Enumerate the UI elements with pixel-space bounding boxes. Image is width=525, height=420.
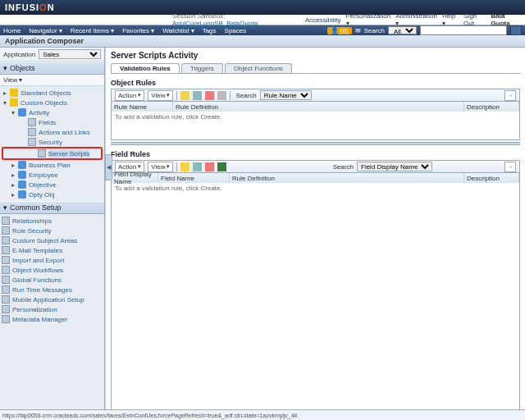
create-icon[interactable] [180, 162, 189, 171]
field-rules-header: Field Rules [111, 148, 520, 160]
tree-employee[interactable]: ▸Employee [2, 170, 103, 180]
create-icon[interactable] [180, 91, 189, 100]
field-rules-grid: Field Display Name Field Name Rule Defin… [111, 173, 520, 418]
session-label: Session Sandbox: ApplCoreLongSB_BalaGupt… [167, 12, 300, 27]
cs-global-functions[interactable]: Global Functions [2, 275, 103, 285]
or-search-go[interactable]: → [504, 90, 516, 101]
splitter[interactable] [111, 142, 520, 145]
nav-spaces[interactable]: Spaces [225, 27, 247, 34]
tabs: Validation Rules Triggers Object Functio… [111, 63, 520, 74]
copy-icon[interactable] [217, 91, 226, 100]
nav-watchlist[interactable]: Watchlist ▾ [162, 27, 194, 34]
tab-validation-rules[interactable]: Validation Rules [111, 63, 180, 73]
cs-custom-subject-areas[interactable]: Custom Subject Areas [2, 235, 103, 245]
tree-opty[interactable]: ▸Opty Obj [2, 189, 103, 199]
tree-fields[interactable]: Fields [2, 117, 103, 127]
brand-logo: INFUSION [5, 2, 55, 12]
common-setup-tree: Relationships Role Security Custom Subje… [0, 214, 104, 326]
or-search-by[interactable]: Rule Name [260, 90, 312, 100]
field-rules-body: To add a validation rule, click Create. [112, 183, 519, 418]
tab-triggers[interactable]: Triggers [181, 63, 223, 73]
tree-server-scripts[interactable]: Server Scripts [2, 147, 103, 160]
cs-email-templates[interactable]: E-Mail Templates [2, 245, 103, 255]
cs-role-security[interactable]: Role Security [2, 226, 103, 235]
content-area: ◀ Server Scripts Activity Validation Rul… [105, 48, 525, 418]
fr-search-go[interactable]: → [504, 162, 516, 172]
col-field-name: Field Name [158, 173, 230, 183]
nav-navigator[interactable]: Navigator ▾ [29, 27, 62, 34]
object-rules-header: Object Rules [111, 77, 520, 89]
fr-search-by[interactable]: Field Display Name [357, 162, 432, 171]
nav-home[interactable]: Home [3, 27, 21, 34]
cs-import-export[interactable]: Import and Export [2, 255, 103, 265]
mail-icon[interactable]: ✉ [355, 27, 361, 34]
application-select[interactable]: Sales [39, 49, 101, 59]
edit-icon[interactable] [193, 162, 202, 171]
col-description: Description [464, 102, 519, 112]
object-rules-toolbar: Action View Search Rule Name → [111, 89, 520, 102]
nav-favorites[interactable]: Favorites ▾ [122, 27, 154, 34]
objects-view-menu[interactable]: View ▾ [3, 76, 22, 84]
objects-tree: ▸Standard Objects ▾Custom Objects ▾Activ… [0, 86, 104, 201]
tree-custom-objects[interactable]: ▾Custom Objects [2, 98, 103, 107]
sidebar-collapser[interactable]: ◀ [105, 154, 112, 180]
tree-activity[interactable]: ▾Activity [2, 107, 103, 117]
search-input[interactable] [420, 25, 507, 35]
cs-metadata-manager[interactable]: Metadata Manager [2, 314, 103, 324]
or-search-label: Search [235, 92, 256, 99]
global-toolbar: Session Sandbox: ApplCoreLongSB_BalaGupt… [0, 15, 525, 25]
status-bar: https://fap0058-crm.oracleads.com/sales/… [0, 409, 525, 420]
edit-icon[interactable] [193, 91, 202, 100]
notif-icon[interactable]: 👤 (0) [327, 27, 352, 34]
tree-objective[interactable]: ▸Objective [2, 180, 103, 189]
object-rules-body: To add a validation rule, click Create. [112, 112, 519, 139]
search-scope[interactable]: All [388, 26, 417, 34]
cs-personalization[interactable]: Personalization [2, 304, 103, 314]
object-rules-section: Object Rules Action View Search Rule Nam… [111, 77, 520, 140]
tree-security[interactable]: Security [2, 137, 103, 147]
export-icon[interactable] [217, 162, 226, 171]
cs-mobile-app-setup[interactable]: Mobile Application Setup [2, 294, 103, 304]
search-label: Search [364, 27, 385, 34]
field-rules-section: Field Rules Action View Search Field Dis… [111, 148, 520, 418]
tab-object-functions[interactable]: Object Functions [225, 63, 292, 73]
sidebar: Application Sales ▾Objects View ▾ ▸Stand… [0, 48, 105, 418]
accessibility-link[interactable]: Accessibility [305, 16, 341, 24]
objects-header[interactable]: ▾Objects [0, 62, 104, 75]
cs-runtime-messages[interactable]: Run Time Messages [2, 285, 103, 294]
delete-icon[interactable] [205, 91, 214, 100]
cs-relationships[interactable]: Relationships [2, 216, 103, 226]
tree-actions-links[interactable]: Actions and Links [2, 127, 103, 137]
nav-tags[interactable]: Tags [203, 27, 217, 34]
tree-business-plan[interactable]: ▸Business Plan [2, 160, 103, 170]
tree-standard-objects[interactable]: ▸Standard Objects [2, 88, 103, 98]
delete-icon[interactable] [205, 162, 214, 171]
search-go[interactable] [510, 25, 522, 35]
object-rules-grid: Rule Name Rule Definition Description To… [111, 102, 520, 140]
application-label: Application [3, 51, 35, 58]
col-description: Description [464, 173, 519, 183]
common-setup-header[interactable]: ▾Common Setup [0, 201, 104, 214]
col-rule-definition: Rule Definition [230, 173, 464, 183]
app-title: Application Composer [0, 35, 525, 48]
field-rules-toolbar: Action View Search Field Display Name → [111, 160, 520, 173]
or-view-menu[interactable]: View [148, 90, 173, 101]
fr-search-label: Search [333, 163, 354, 171]
col-rule-name: Rule Name [112, 102, 173, 112]
nav-recent[interactable]: Recent Items ▾ [71, 27, 114, 34]
page-title: Server Scripts Activity [106, 48, 525, 63]
cs-object-workflows[interactable]: Object Workflows [2, 265, 103, 275]
or-action-menu[interactable]: Action [115, 90, 144, 101]
col-rule-definition: Rule Definition [173, 102, 464, 112]
col-field-display-name: Field Display Name [112, 173, 158, 183]
